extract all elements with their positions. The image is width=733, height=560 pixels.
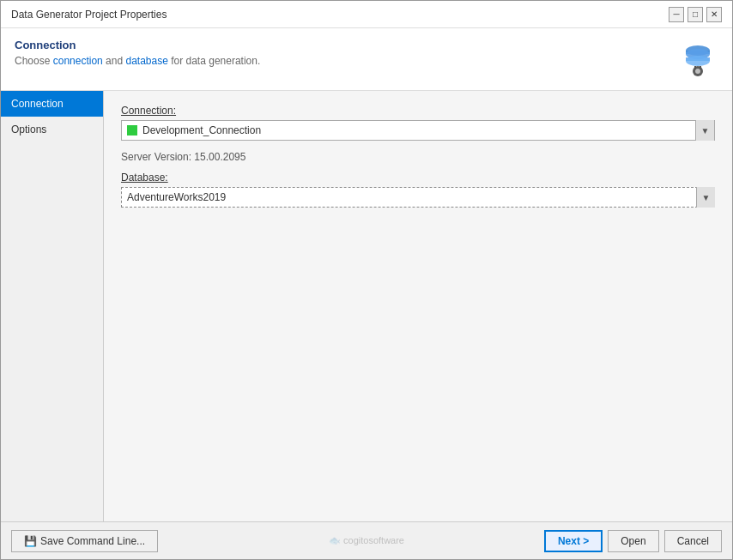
next-button[interactable]: Next > — [544, 530, 603, 552]
title-bar-controls: ─ □ ✕ — [669, 7, 722, 22]
header-icon — [677, 39, 718, 80]
header-subtitle: Choose connection and database for data … — [15, 55, 677, 67]
data-generator-icon — [679, 40, 717, 78]
cancel-button[interactable]: Cancel — [664, 530, 722, 552]
header-title: Connection — [15, 39, 677, 51]
main-content: Connection: Development_Connection ▼ Ser… — [104, 91, 732, 521]
maximize-button[interactable]: □ — [688, 7, 703, 22]
connection-status-indicator — [127, 125, 137, 135]
connection-dropdown-arrow[interactable]: ▼ — [695, 120, 714, 141]
open-button[interactable]: Open — [608, 530, 658, 552]
connection-link[interactable]: connection — [53, 55, 103, 67]
database-dropdown-wrapper: AdventureWorks2019 ▼ — [121, 187, 715, 208]
save-command-line-button[interactable]: 💾 Save Command Line... — [11, 530, 158, 552]
dialog-title: Data Generator Project Properties — [11, 9, 167, 21]
svg-rect-7 — [694, 66, 696, 69]
connection-value: Development_Connection — [142, 124, 709, 136]
footer: 💾 Save Command Line... 🐟 cogitosoftware … — [1, 521, 732, 559]
svg-rect-8 — [700, 66, 701, 69]
header-text: Connection Choose connection and databas… — [15, 39, 677, 67]
connection-label: Connection: — [121, 105, 715, 117]
save-icon: 💾 — [24, 535, 37, 547]
database-link[interactable]: database — [125, 55, 167, 67]
svg-point-4 — [686, 56, 710, 66]
server-version-text: Server Version: 15.00.2095 — [121, 151, 715, 163]
dialog-window: Data Generator Project Properties ─ □ ✕ … — [0, 0, 733, 560]
watermark-area: 🐟 cogitosoftware — [329, 535, 404, 546]
sidebar-item-options[interactable]: Options — [1, 117, 103, 142]
sidebar: Connection Options — [1, 91, 104, 521]
title-bar: Data Generator Project Properties ─ □ ✕ — [1, 1, 732, 28]
footer-left: 💾 Save Command Line... — [11, 530, 158, 552]
database-label: Database: — [121, 172, 715, 184]
connection-dropdown[interactable]: Development_Connection ▼ — [121, 120, 715, 141]
minimize-button[interactable]: ─ — [669, 7, 684, 22]
sidebar-item-connection[interactable]: Connection — [1, 91, 103, 117]
content-area: Connection Options Connection: Developme… — [1, 91, 732, 521]
database-dropdown[interactable]: AdventureWorks2019 — [121, 187, 715, 208]
footer-right: Next > Open Cancel — [544, 530, 722, 552]
close-button[interactable]: ✕ — [706, 7, 722, 22]
header-section: Connection Choose connection and databas… — [1, 28, 732, 91]
